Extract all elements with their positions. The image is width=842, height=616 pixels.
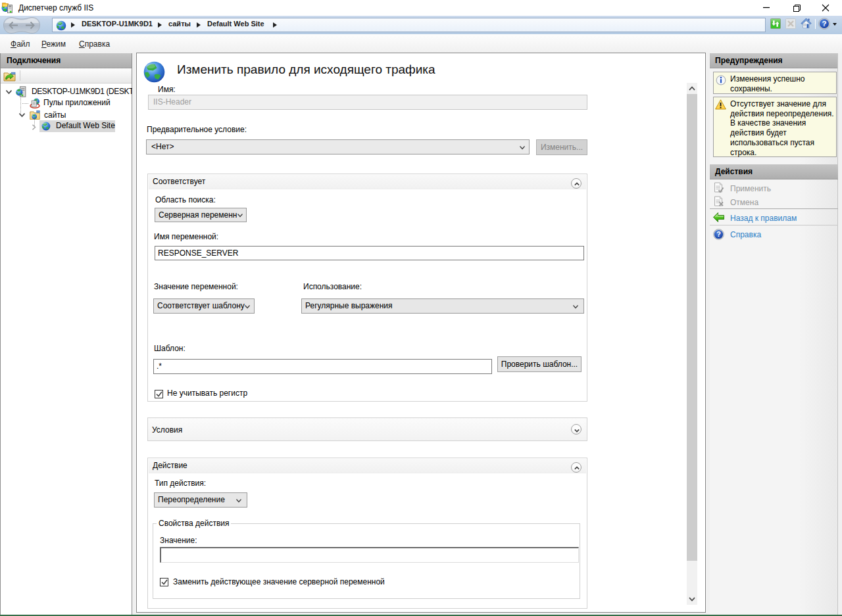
svg-text:?: ? bbox=[822, 20, 826, 28]
svg-text:?: ? bbox=[716, 230, 721, 238]
